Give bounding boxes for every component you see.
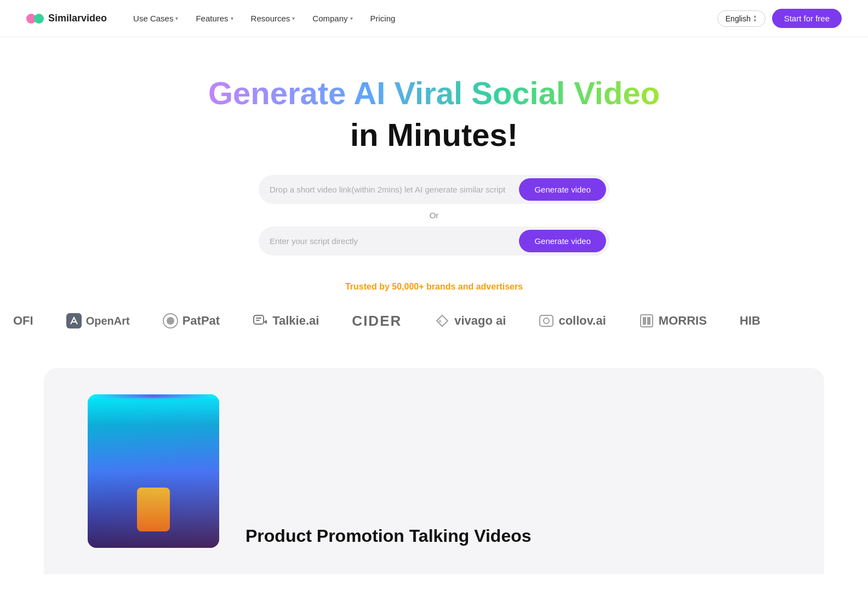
navbar: Similarvideo Use Cases ▾ Features ▾ Reso… xyxy=(0,0,868,37)
bottom-title: Product Promotion Talking Videos xyxy=(245,525,780,548)
chevron-down-icon: ▾ xyxy=(231,15,233,21)
svg-point-2 xyxy=(167,317,174,325)
brand-openart: OpenArt xyxy=(66,313,130,329)
svg-rect-10 xyxy=(643,317,646,325)
nav-item-company[interactable]: Company ▾ xyxy=(306,9,359,27)
script-input-row: Generate video xyxy=(259,226,609,256)
trust-prefix: Trusted by xyxy=(345,282,392,291)
svg-rect-11 xyxy=(647,317,650,325)
brand-logos-section: OFI OpenArt PatPat xyxy=(13,307,855,335)
language-selector[interactable]: English ▲▼ xyxy=(717,10,766,27)
input-section: Generate video Or Generate video xyxy=(259,175,609,256)
patpat-icon xyxy=(163,313,178,329)
brand-patpat: PatPat xyxy=(163,313,220,329)
trust-section: Trusted by 50,000+ brands and advertiser… xyxy=(345,282,523,307)
video-link-input-row: Generate video xyxy=(259,175,609,204)
brand-cider: CIDER xyxy=(352,313,402,330)
brand-vivago: A vivago ai xyxy=(435,313,506,329)
chevron-down-icon: ▾ xyxy=(350,15,353,21)
hero-title-black: in Minutes! xyxy=(350,116,518,153)
svg-point-8 xyxy=(544,318,549,324)
brand-talkie: Talkie.ai xyxy=(253,313,319,329)
trust-text: Trusted by 50,000+ brands and advertiser… xyxy=(345,282,523,292)
start-for-free-button[interactable]: Start for free xyxy=(772,9,842,28)
trust-highlight: 50,000+ xyxy=(392,282,424,291)
svg-rect-4 xyxy=(256,318,261,319)
generate-video-button-1[interactable]: Generate video xyxy=(519,178,606,201)
trust-suffix: brands and advertisers xyxy=(424,282,523,291)
bottom-text: Product Promotion Talking Videos xyxy=(245,394,780,548)
bottom-section: Product Promotion Talking Videos xyxy=(44,368,824,574)
language-arrows-icon: ▲▼ xyxy=(753,14,757,23)
svg-rect-9 xyxy=(641,315,653,327)
generate-video-button-2[interactable]: Generate video xyxy=(519,230,606,252)
nav-item-usecases[interactable]: Use Cases ▾ xyxy=(127,9,185,27)
or-divider: Or xyxy=(430,211,439,220)
video-thumbnail xyxy=(88,394,219,548)
chevron-down-icon: ▾ xyxy=(292,15,295,21)
logos-track: OFI OpenArt PatPat xyxy=(13,307,855,335)
brand-collov: collov.ai xyxy=(539,313,606,329)
logo-text: Similarvideo xyxy=(48,13,107,24)
language-label: English xyxy=(726,14,751,23)
svg-text:A: A xyxy=(438,319,442,324)
vivago-icon: A xyxy=(435,313,450,329)
script-input[interactable] xyxy=(270,233,519,249)
morris-icon xyxy=(639,313,654,329)
nav-item-resources[interactable]: Resources ▾ xyxy=(244,9,302,27)
hero-section: Generate AI Viral Social Video in Minute… xyxy=(0,37,868,357)
nav-item-pricing[interactable]: Pricing xyxy=(364,9,402,27)
brand-morris: MORRIS xyxy=(639,313,707,329)
nav-item-features[interactable]: Features ▾ xyxy=(189,9,239,27)
svg-rect-0 xyxy=(66,313,82,329)
logo-icon xyxy=(26,10,44,27)
video-link-input[interactable] xyxy=(270,182,519,197)
talkie-icon xyxy=(253,313,268,329)
brand-ofi: OFI xyxy=(13,314,33,328)
navbar-right: English ▲▼ Start for free xyxy=(717,9,842,28)
nav-links: Use Cases ▾ Features ▾ Resources ▾ Compa… xyxy=(127,9,402,27)
logo[interactable]: Similarvideo xyxy=(26,10,107,27)
openart-icon xyxy=(66,313,82,329)
svg-rect-7 xyxy=(540,315,553,326)
svg-rect-5 xyxy=(256,320,260,321)
collov-icon xyxy=(539,313,554,329)
navbar-left: Similarvideo Use Cases ▾ Features ▾ Reso… xyxy=(26,9,402,27)
chevron-down-icon: ▾ xyxy=(175,15,178,21)
brand-hib: HIB xyxy=(740,314,761,328)
hero-title-gradient: Generate AI Viral Social Video xyxy=(208,76,660,111)
